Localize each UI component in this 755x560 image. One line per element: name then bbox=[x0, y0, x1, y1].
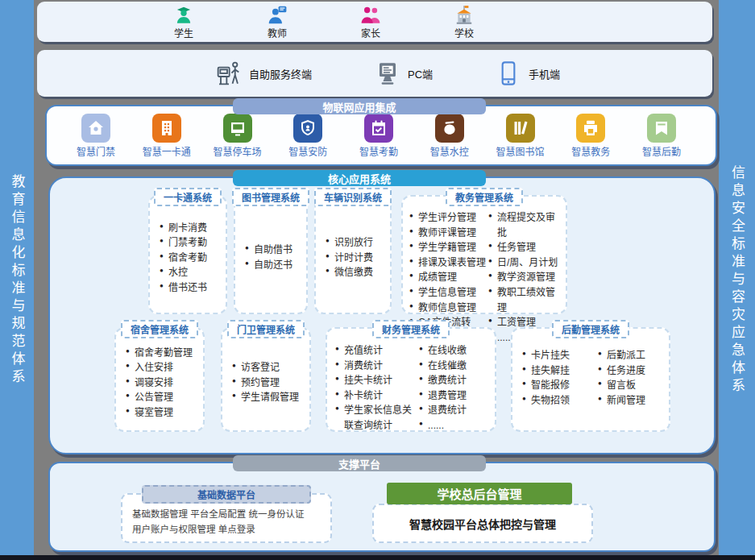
system-item-list: 识别放行 计时计费 微信缴费 bbox=[326, 235, 373, 280]
iot-item-water: 智慧水控 bbox=[421, 114, 478, 158]
iot-item-attendance: 智慧考勤 bbox=[351, 114, 407, 158]
bottom-edge-strip bbox=[0, 555, 755, 560]
list-item: 退费管理 bbox=[419, 388, 488, 404]
system-box-title: 车辆识别系统 bbox=[314, 188, 392, 206]
list-item: 教师评课管理 bbox=[409, 226, 487, 241]
list-item: 自助还书 bbox=[245, 258, 292, 273]
school-admin-description: 智慧校园平台总体把控与管理 bbox=[409, 516, 556, 532]
terminal-item-pc: PC端 bbox=[375, 60, 433, 86]
feature-line: 基础数据管理 平台全局配置 统一身份认证 bbox=[132, 507, 330, 522]
system-box-library: 图书管理系统 自助借书 自助还书 bbox=[234, 195, 308, 314]
school-admin-description-box: 智慧校园平台总体把控与管理 bbox=[372, 504, 593, 543]
phone-icon bbox=[496, 60, 521, 86]
iot-label: 智慧教务 bbox=[571, 144, 610, 158]
iot-label: 智慧后勤 bbox=[642, 144, 681, 158]
school-icon bbox=[454, 5, 475, 26]
iot-item-parking: 智慧停车场 bbox=[209, 114, 266, 158]
system-box-title: 图书管理系统 bbox=[232, 188, 309, 206]
system-item-list: 宿舍考勤管理 入住安排 调寝安排 公告管理 寝室管理 bbox=[126, 346, 193, 421]
support-platform-section: 支撑平台 基础数据平台 基础数据管理 平台全局配置 统一身份认证 用户账户与权限… bbox=[48, 462, 716, 552]
system-box-title: 财务管理系统 bbox=[372, 320, 450, 338]
list-item: 成绩管理 bbox=[409, 270, 487, 285]
smart-campus-architecture-diagram: 教育信息化标准与规范体系 信息安全标准与容灾应急体系 学生 教师 家长 学校 自… bbox=[0, 0, 755, 560]
security-icon bbox=[293, 114, 322, 143]
system-box-finance: 财务管理系统 充值统计 消费统计 挂失卡统计 补卡统计 学生家长信息关联查询统计… bbox=[326, 327, 496, 432]
pc-icon bbox=[375, 60, 400, 86]
list-item: 计时计费 bbox=[326, 251, 373, 266]
list-item: ...... bbox=[419, 418, 488, 433]
system-box-dorm: 宿舍管理系统 宿舍考勤管理 入住安排 调寝安排 公告管理 寝室管理 bbox=[114, 327, 205, 432]
list-item: 水控 bbox=[160, 265, 207, 280]
list-item: 学生请假管理 bbox=[232, 390, 299, 405]
list-item: 自助借书 bbox=[245, 243, 292, 258]
list-item: 在线收缴 bbox=[419, 343, 488, 359]
iot-item-academic: 智慧教务 bbox=[562, 114, 619, 158]
system-box-vehicle: 车辆识别系统 识别放行 计时计费 微信缴费 bbox=[314, 195, 392, 314]
system-item-list: 后勤派工 任务进度 留言板 新闻管理 bbox=[598, 348, 661, 408]
list-item: 留言板 bbox=[598, 378, 661, 393]
user-item-parents: 家长 bbox=[345, 5, 396, 39]
iot-label: 智慧图书馆 bbox=[496, 144, 544, 158]
kiosk-icon bbox=[216, 60, 242, 86]
base-data-platform-title: 基础数据平台 bbox=[142, 485, 311, 504]
system-item-list: 自助借书 自助还书 bbox=[245, 243, 292, 272]
system-box-academic: 教务管理系统 学生评分管理 教师评课管理 学生学籍管理 排课及课表管理 成绩管理… bbox=[401, 195, 567, 314]
list-item: 微信缴费 bbox=[326, 265, 373, 280]
list-item: 排课及课表管理 bbox=[409, 255, 487, 271]
right-security-label: 信息安全标准与容灾应急体系 bbox=[727, 165, 747, 396]
list-item: 充值统计 bbox=[335, 343, 416, 359]
list-item: 退费统计 bbox=[419, 403, 488, 418]
iot-label: 智慧考勤 bbox=[359, 144, 398, 158]
system-item-list: 充值统计 消费统计 挂失卡统计 补卡统计 学生家长信息关联查询统计 bbox=[335, 343, 416, 433]
list-item: 入住安排 bbox=[126, 360, 193, 375]
core-applications-section: 核心应用系统 一卡通系统 刷卡消费 门禁考勤 宿舍考勤 水控 借书还书 图书管理… bbox=[48, 176, 716, 454]
user-label: 家长 bbox=[361, 26, 380, 39]
system-box-title: 教务管理系统 bbox=[446, 188, 523, 206]
system-box-logistics: 后勤管理系统 卡片挂失 挂失解挂 智能报修 失物招领 后勤派工 任务进度 留言板… bbox=[511, 327, 670, 432]
left-standards-bar: 教育信息化标准与规范体系 bbox=[0, 0, 34, 560]
iot-label: 智慧水控 bbox=[430, 144, 469, 158]
parking-icon bbox=[223, 114, 252, 143]
iot-label: 智慧安防 bbox=[288, 144, 327, 158]
list-item: 任务进度 bbox=[598, 363, 661, 379]
list-item: 寝室管理 bbox=[126, 405, 193, 421]
list-item: 新闻管理 bbox=[598, 393, 661, 409]
feature-line: 用户账户与权限管理 单点登录 bbox=[132, 522, 330, 537]
user-label: 学生 bbox=[174, 26, 193, 39]
list-item: 学生家长信息关联查询统计 bbox=[335, 403, 416, 433]
list-item: 教师信息管理 bbox=[409, 301, 487, 316]
terminal-label: 手机端 bbox=[529, 66, 560, 81]
user-item-school: 学校 bbox=[438, 5, 490, 39]
iot-item-security: 智慧安防 bbox=[280, 114, 336, 158]
list-item: 宿舍考勤 bbox=[160, 251, 207, 266]
system-box-title: 宿舍管理系统 bbox=[121, 320, 198, 338]
system-box-title: 后勤管理系统 bbox=[552, 320, 629, 338]
list-item: 挂失卡统计 bbox=[335, 373, 416, 388]
list-item: 访客登记 bbox=[232, 360, 299, 375]
list-item: 挂失解挂 bbox=[522, 363, 585, 379]
list-item: 缴费统计 bbox=[419, 373, 488, 388]
list-item: 流程提交及审批 bbox=[488, 210, 562, 240]
iot-item-logistics: 智慧后勤 bbox=[633, 114, 690, 158]
water-control-icon bbox=[435, 114, 464, 143]
user-label: 教师 bbox=[268, 26, 287, 39]
list-item: 补卡统计 bbox=[335, 388, 416, 404]
attendance-icon bbox=[364, 114, 393, 143]
system-item-list: 在线收缴 在线催缴 缴费统计 退费管理 退费统计 ...... bbox=[419, 343, 488, 433]
list-item: 识别放行 bbox=[326, 235, 373, 251]
list-item: 消费统计 bbox=[335, 359, 416, 374]
student-icon bbox=[173, 5, 194, 26]
system-box-onecard: 一卡通系统 刷卡消费 门禁考勤 宿舍考勤 水控 借书还书 bbox=[148, 195, 227, 314]
list-item: 学生信息管理 bbox=[409, 285, 487, 301]
support-section-header: 支撑平台 bbox=[233, 455, 486, 471]
user-label: 学校 bbox=[454, 26, 474, 39]
list-item: 任务管理 bbox=[488, 240, 562, 255]
system-box-gate: 门卫管理系统 访客登记 预约管理 学生请假管理 bbox=[221, 327, 311, 432]
list-item: 学生学籍管理 bbox=[409, 240, 487, 255]
iot-label: 智慧门禁 bbox=[77, 144, 115, 158]
list-item: 预约管理 bbox=[232, 375, 299, 391]
list-item: 公告管理 bbox=[126, 390, 193, 405]
list-item: 宿舍考勤管理 bbox=[126, 346, 193, 361]
system-item-list: 刷卡消费 门禁考勤 宿舍考勤 水控 借书还书 bbox=[160, 221, 207, 296]
terminal-label: PC端 bbox=[408, 66, 433, 81]
